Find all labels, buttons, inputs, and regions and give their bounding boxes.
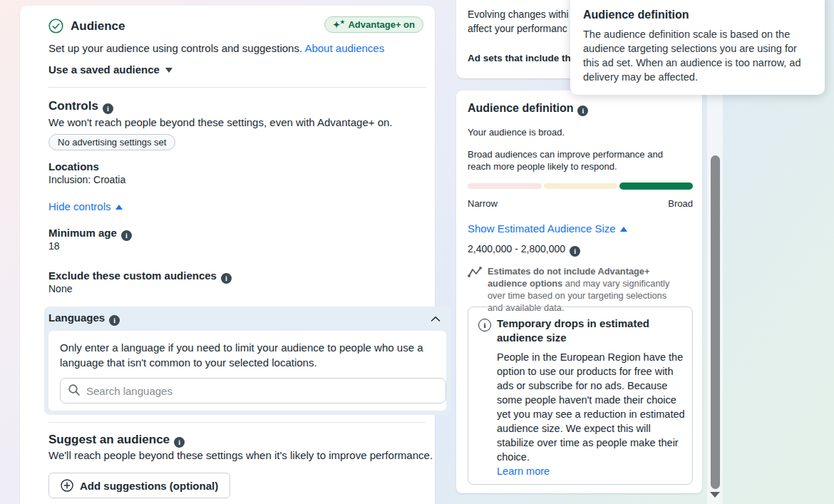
scale-segment-narrow [468,183,542,189]
search-languages-input[interactable] [60,378,446,403]
suggest-title: Suggest an audience [48,433,170,446]
advantage-plus-badge: ✦★ Advantage+ on [324,16,423,33]
languages-title: Languages [48,312,105,324]
audience-definition-card: Audience definitioni Your audience is br… [456,91,702,493]
ads-manager-audience-screen: Audience ✦★ Advantage+ on Set up your au… [0,0,834,504]
locations-label: Locations [48,160,99,173]
chevron-down-icon [165,68,173,73]
audience-complete-check-icon [48,19,63,34]
divider [48,422,426,423]
languages-info-icon[interactable]: i [109,315,120,326]
audience-header: Audience [48,19,125,34]
about-audiences-link[interactable]: About audiences [304,42,384,54]
scale-segment-medium [544,183,617,189]
exclude-audiences-label-row: Exclude these custom audiencesi [48,269,232,284]
trend-line-icon [468,266,483,282]
plus-circle-icon [61,479,73,492]
tooltip-body: The audience definition scale is based o… [583,27,812,84]
size-estimate-info-icon[interactable]: i [570,246,580,257]
audience-size-estimate: 2,400,000 - 2,800,000i [468,243,580,257]
controls-info-icon[interactable]: i [103,103,113,114]
use-saved-audience-dropdown[interactable]: Use a saved audience [48,63,173,76]
collapse-chevron-icon[interactable] [431,316,441,322]
audience-definition-info-icon[interactable]: i [577,106,588,116]
audience-definition-scale [468,182,693,190]
audience-subtitle: Set up your audience using controls and … [48,41,384,56]
scale-label-narrow: Narrow [468,198,498,209]
languages-panel-header[interactable]: Languagesi [44,307,451,329]
temporary-drops-info-box: i Temporary drops in estimated audience … [468,307,693,485]
min-age-label-row: Minimum agei [48,227,132,241]
audience-status-description: Broad audiences can improve performance … [468,148,679,173]
audience-card: Audience ✦★ Advantage+ on Set up your au… [20,6,435,504]
search-icon [68,384,81,399]
min-age-info-icon[interactable]: i [121,230,132,241]
exclude-audiences-value: None [48,283,72,294]
suggest-info-icon[interactable]: i [174,437,185,448]
suggest-description: We'll reach people beyond these settings… [48,448,433,463]
min-age-value: 18 [48,240,60,252]
show-estimated-size-link[interactable]: Show Estimated Audience Size [468,222,627,235]
languages-panel: Languagesi Only enter a language if you … [44,307,451,415]
audience-definition-header: Audience definitioni [468,102,588,116]
tooltip-title: Audience definition [583,9,812,21]
scrollbar-down-arrow-icon[interactable] [710,492,720,498]
scale-segment-broad [619,182,693,190]
exclude-audiences-info-icon[interactable]: i [221,273,232,284]
divider [48,87,426,88]
chevron-up-icon [620,227,627,232]
info-box-title: Temporary drops in estimated audience si… [497,317,675,345]
suggest-section-header: Suggest an audiencei [48,433,185,448]
info-outline-icon: i [478,319,491,331]
scrollbar-thumb[interactable] [711,155,720,489]
add-suggestions-button[interactable]: Add suggestions (optional) [48,473,230,498]
controls-section-header: Controlsi [48,99,113,114]
no-settings-badge: No advertising settings set [48,134,175,150]
locations-value: Inclusion: Croatia [48,174,125,185]
language-search [60,378,446,403]
controls-title: Controls [48,99,98,113]
audience-status: Your audience is broad. [468,127,565,138]
page-title: Audience [71,19,125,34]
scale-label-broad: Broad [668,198,693,209]
languages-hint: Only enter a language if you need to lim… [60,340,431,370]
scale-labels: Narrow Broad [468,198,693,209]
languages-panel-body: Only enter a language if you need to lim… [48,331,446,411]
audience-definition-tooltip: Audience definition The audience definit… [570,0,825,95]
controls-description: We won't reach people beyond these setti… [48,115,393,130]
chevron-up-icon [115,205,123,210]
info-box-body: People in the European Region have the o… [497,350,686,464]
hide-controls-link[interactable]: Hide controls [48,200,123,212]
learn-more-link[interactable]: Learn more [497,466,550,477]
sparkle-icon: ✦★ [333,19,344,30]
